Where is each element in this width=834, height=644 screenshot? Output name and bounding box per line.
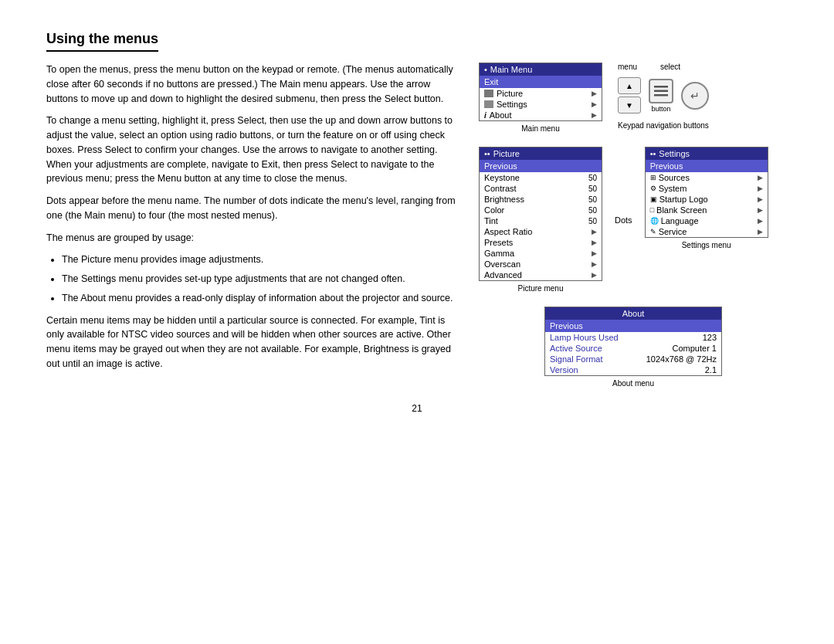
bullet-1: The Picture menu provides image adjustme… [62, 253, 456, 267]
paragraph-5: Certain menu items may be hidden until a… [46, 314, 456, 371]
picture-menu-area: •• Picture Previous Keystone50 Contrast5… [479, 147, 602, 293]
main-menu-item-settings: Settings ▶ [480, 99, 602, 110]
pm-overscan: Overscan▶ [480, 259, 602, 269]
about-active-source: Active Source Computer 1 [545, 343, 721, 354]
startup-icon: ▣ [650, 195, 657, 203]
picture-icon [484, 90, 493, 97]
keypad-labels-row: menu select [618, 63, 680, 71]
main-menu-exit: Exit [480, 76, 602, 88]
pm-brightness: Brightness50 [480, 194, 602, 205]
version-value: 2.1 [705, 365, 717, 375]
blank-icon: □ [650, 206, 654, 214]
service-icon: ✎ [650, 228, 656, 236]
signal-format-label: Signal Format [550, 354, 602, 364]
menu-button[interactable] [649, 79, 673, 103]
main-menu-item-picture: Picture ▶ [480, 88, 602, 99]
about-lamp-hours: Lamp Hours Used 123 [545, 332, 721, 343]
up-down-group: ▲ ▼ [618, 77, 641, 114]
menu-label-text: menu [618, 63, 637, 71]
text-column: To open the menus, press the menu button… [46, 63, 456, 388]
picture-menu-box: •• Picture Previous Keystone50 Contrast5… [479, 147, 602, 281]
settings-menu-area: •• Settings Previous ⊞ Sources ▶ ⚙ [645, 147, 768, 249]
dots-label: Dots [615, 215, 632, 225]
select-label-text: select [660, 63, 680, 71]
keypad-buttons-row: ▲ ▼ button [618, 77, 709, 114]
bullet-3: The About menu provides a read-only disp… [62, 291, 456, 306]
active-source-label: Active Source [550, 344, 602, 353]
down-button[interactable]: ▼ [618, 97, 641, 114]
about-previous: Previous [545, 320, 721, 332]
select-button[interactable]: ↵ [681, 82, 709, 110]
sources-icon: ⊞ [650, 174, 656, 181]
about-signal-format: Signal Format 1024x768 @ 72Hz [545, 354, 721, 364]
lamp-hours-value: 123 [703, 333, 717, 342]
up-button[interactable]: ▲ [618, 77, 641, 94]
settings-menu-caption: Settings menu [682, 241, 731, 249]
settings-arrow: ▶ [592, 100, 597, 108]
settings-previous: Previous [646, 160, 768, 172]
about-menu-caption: About menu [612, 379, 654, 388]
diagrams-column: • Main Menu Exit Picture ▶ [479, 63, 788, 388]
main-menu-title: • Main Menu [480, 63, 602, 76]
keypad-area: menu select ▲ ▼ [618, 63, 709, 130]
pm-tint: Tint50 [480, 215, 602, 226]
keypad-caption: Keypad navigation buttons [618, 121, 709, 130]
picture-label: Picture [497, 89, 523, 98]
page-number: 21 [46, 403, 788, 414]
bullet-list: The Picture menu provides image adjustme… [62, 253, 456, 305]
main-menu-box: • Main Menu Exit Picture ▶ [479, 63, 602, 121]
version-label: Version [550, 365, 578, 375]
picture-title-text: Picture [493, 149, 520, 158]
pm-keystone: Keystone50 [480, 172, 602, 183]
svg-rect-1 [654, 90, 668, 92]
lamp-hours-label: Lamp Hours Used [550, 333, 619, 342]
button-label: button [651, 105, 670, 113]
bullet-2: The Settings menu provides set-up type a… [62, 272, 456, 286]
info-icon: i [484, 111, 486, 120]
about-arrow: ▶ [592, 111, 597, 119]
main-menu-caption: Main menu [521, 124, 559, 133]
sm-service: ✎ Service ▶ [646, 226, 768, 237]
about-menu-title: About [545, 307, 721, 320]
pm-contrast: Contrast50 [480, 183, 602, 194]
picture-menu-caption: Picture menu [518, 284, 564, 293]
pm-color: Color50 [480, 205, 602, 215]
sm-startup-logo: ▣ Startup Logo ▶ [646, 194, 768, 205]
settings-icon [484, 100, 493, 108]
picture-menu-title: •• Picture [480, 147, 602, 160]
pm-aspect: Aspect Ratio▶ [480, 226, 602, 237]
about-version: Version 2.1 [545, 364, 721, 375]
settings-dots: •• [650, 149, 656, 158]
main-menu-dot: • [484, 65, 487, 74]
main-menu-area: • Main Menu Exit Picture ▶ [479, 63, 602, 133]
paragraph-3: Dots appear before the menu name. The nu… [46, 194, 456, 223]
sm-system: ⚙ System ▶ [646, 183, 768, 194]
picture-arrow: ▶ [592, 90, 597, 97]
menu-button-group: button [649, 79, 673, 113]
pm-advanced: Advanced▶ [480, 269, 602, 280]
svg-rect-2 [654, 94, 668, 97]
paragraph-2: To change a menu setting, highlight it, … [46, 114, 456, 186]
pm-presets: Presets▶ [480, 237, 602, 248]
about-menu-area: About Previous Lamp Hours Used 123 Activ… [479, 307, 788, 388]
picture-previous: Previous [480, 160, 602, 172]
paragraph-4: The menus are grouped by usage: [46, 231, 456, 246]
settings-title-text: Settings [659, 149, 690, 158]
settings-label: Settings [497, 100, 527, 109]
paragraph-1: To open the menus, press the menu button… [46, 63, 456, 106]
picture-dots: •• [484, 149, 490, 158]
settings-menu-title: •• Settings [646, 147, 768, 160]
middle-row: •• Picture Previous Keystone50 Contrast5… [479, 147, 788, 293]
main-menu-item-about: i About ▶ [480, 110, 602, 120]
main-menu-title-text: Main Menu [490, 65, 532, 74]
page-title: Using the menus [46, 31, 158, 52]
about-title-text: About [622, 309, 645, 318]
signal-format-value: 1024x768 @ 72Hz [646, 354, 717, 364]
sm-blank-screen: □ Blank Screen ▶ [646, 205, 768, 215]
active-source-value: Computer 1 [673, 344, 717, 353]
svg-rect-0 [654, 86, 668, 88]
pm-gamma: Gamma▶ [480, 248, 602, 259]
about-label: About [490, 110, 512, 120]
top-row: • Main Menu Exit Picture ▶ [479, 63, 788, 133]
about-menu-box: About Previous Lamp Hours Used 123 Activ… [544, 307, 722, 376]
